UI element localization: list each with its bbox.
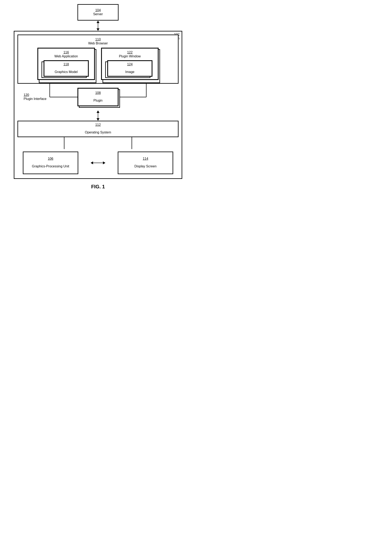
plugin-box: 108 Plugin bbox=[77, 88, 118, 106]
web-app-stacked: 116 Web Application 118 Graphics Model bbox=[37, 48, 95, 80]
server-number: 104 bbox=[95, 8, 101, 12]
plugin-window-label: 122 Plugin Window bbox=[104, 51, 156, 59]
web-app-box: 116 Web Application 118 Graphics Model bbox=[37, 48, 95, 80]
server-box: 104 Server bbox=[77, 4, 118, 21]
os-box: 112 Operating System bbox=[17, 121, 178, 137]
gpu-label: Graphics-Processing Unit bbox=[32, 164, 69, 169]
plugin-interface-label: 120 Plugin Interface bbox=[24, 93, 46, 101]
display-screen-box: 114 Display Screen bbox=[118, 151, 173, 174]
plugin-stacked: 108 Plugin bbox=[77, 88, 118, 106]
gpu-to-display-arrow bbox=[91, 161, 105, 164]
bottom-row: 106 Graphics-Processing Unit 114 Display… bbox=[17, 151, 178, 174]
web-browser-box: 110 Web Browser 116 Web Application bbox=[17, 35, 178, 84]
computing-system-box: 102 Computing System 110 Web Browser 116… bbox=[14, 31, 182, 179]
os-to-bottom-arrows bbox=[17, 137, 178, 151]
plugin-to-os-arrow bbox=[17, 110, 178, 121]
plugin-stacked-wrapper: 108 Plugin bbox=[77, 88, 118, 106]
image-stacked: 124 Image bbox=[104, 60, 156, 77]
graphics-model-stacked: 118 Graphics Model bbox=[40, 60, 92, 77]
browser-inner: 116 Web Application 118 Graphics Model bbox=[20, 48, 175, 80]
web-browser-label: 110 Web Browser bbox=[20, 38, 175, 46]
gpu-box: 106 Graphics-Processing Unit bbox=[23, 151, 78, 174]
middle-arrows-area: 120 Plugin Interface bbox=[17, 84, 178, 110]
diagram: 104 Server 102 Computing System 110 Web … bbox=[5, 4, 190, 190]
graphics-model-box: 118 Graphics Model bbox=[44, 60, 89, 77]
os-bottom-svg bbox=[17, 137, 178, 151]
image-box: 124 Image bbox=[107, 60, 153, 77]
plugin-window-stacked: 122 Plugin Window 124 Image bbox=[101, 48, 159, 80]
plugin-window-box: 122 Plugin Window 124 Image bbox=[101, 48, 159, 80]
figure-label: FIG. 1 bbox=[91, 184, 105, 190]
server-label: Server bbox=[93, 12, 103, 16]
server-section: 104 Server bbox=[5, 4, 190, 21]
server-to-computing-arrow bbox=[5, 21, 190, 31]
web-app-label: 116 Web Application bbox=[40, 51, 92, 59]
